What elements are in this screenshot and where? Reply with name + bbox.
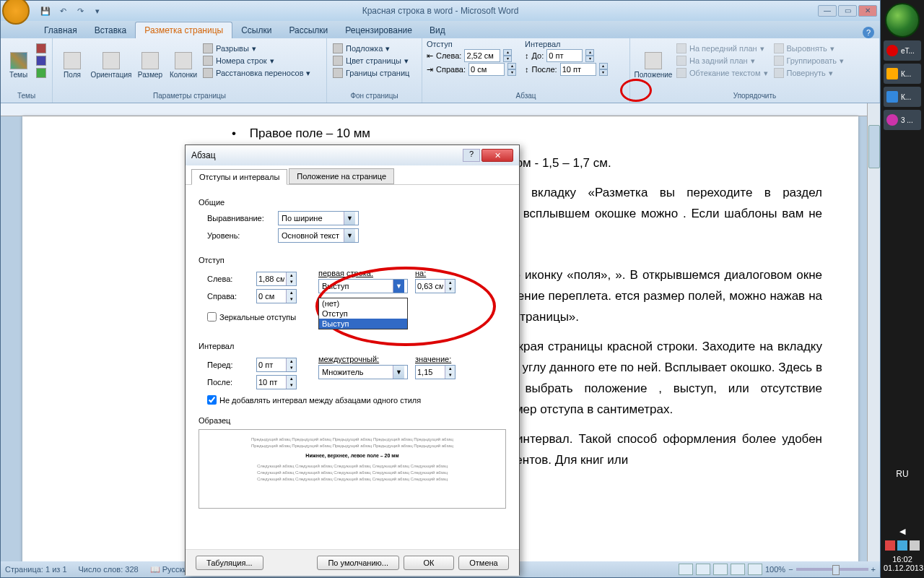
view-outline[interactable] [731,564,745,575]
size-button[interactable]: Размер [135,40,165,90]
zoom-slider[interactable] [796,568,868,571]
view-draft[interactable] [748,564,762,575]
view-full-screen[interactable] [696,564,710,575]
group-button[interactable]: Группировать ▾ [772,55,846,66]
at-input[interactable]: ▴▾ [415,365,456,379]
theme-colors-icon[interactable] [35,43,48,54]
indent-left-input[interactable] [464,49,500,62]
columns-button[interactable]: Колонки [168,40,199,90]
undo-icon[interactable]: ↶ [56,4,70,17]
dlg-after-input[interactable]: ▴▾ [256,375,297,389]
tab-view[interactable]: Вид [421,22,454,38]
status-words[interactable]: Число слов: 328 [79,565,139,574]
tab-home[interactable]: Главная [35,22,86,38]
first-line-combo[interactable]: Выступ▼ [318,279,408,293]
no-space-checkbox[interactable] [207,395,217,405]
space-before-spinner[interactable]: ▴▾ [585,49,594,62]
tab-references[interactable]: Ссылки [232,22,280,38]
by-input[interactable]: ▴▾ [415,279,456,293]
dialog-help-button[interactable]: ? [463,149,480,162]
theme-effects-icon[interactable] [35,67,48,79]
margins-button[interactable]: Поля [57,40,87,90]
tab-mailings[interactable]: Рассылки [280,22,336,38]
maximize-button[interactable]: ▭ [838,5,857,17]
theme-fonts-icon[interactable] [35,55,48,66]
dlg-right-input[interactable]: ▴▾ [256,289,297,303]
redo-icon[interactable]: ↷ [73,4,87,17]
tray-time[interactable]: 16:02 [884,555,921,564]
dialog-buttons: Табуляция... По умолчанию... ОК Отмена [186,549,519,576]
alignment-combo[interactable]: По ширине▼ [278,211,359,225]
orientation-button[interactable]: Ориентация [90,40,132,90]
hyphenation-button[interactable]: Расстановка переносов ▾ [201,67,312,79]
dialog-tab-indents[interactable]: Отступы и интервалы [191,169,287,185]
taskbar-k1[interactable]: К... [884,64,921,84]
view-web[interactable] [713,564,728,575]
default-button[interactable]: По умолчанию... [317,556,399,570]
view-print-layout[interactable] [679,564,693,575]
spacing-section-label: Интервал [199,342,506,350]
first-line-dropdown: (нет) Отступ Выступ [318,298,408,329]
scroll-thumb[interactable] [868,125,880,168]
language-indicator[interactable]: RU [884,469,921,479]
office-button[interactable] [2,0,30,25]
outline-combo[interactable]: Основной текст▼ [278,228,359,243]
line-spacing-combo[interactable]: Множитель▼ [318,365,408,379]
minimize-button[interactable]: — [818,5,837,17]
cancel-button[interactable]: Отмена [458,556,509,570]
dropdown-option-indent[interactable]: Отступ [319,309,407,319]
indent-right-input[interactable] [468,63,505,76]
tabs-button[interactable]: Табуляция... [196,556,263,570]
zoom-in-button[interactable]: + [871,565,876,574]
indent-left-spinner[interactable]: ▴▾ [503,49,512,62]
tray-show-hidden[interactable]: ◀ [884,527,921,536]
breaks-button[interactable]: Разрывы ▾ [201,43,312,54]
line-numbers-button[interactable]: Номера строк ▾ [201,55,312,66]
vertical-scrollbar[interactable] [867,103,880,561]
dlg-left-input[interactable]: ▴▾ [256,272,297,286]
tray-network-icon[interactable] [897,540,907,551]
tray-flag-icon[interactable] [885,540,895,551]
save-icon[interactable]: 💾 [38,4,53,17]
status-page[interactable]: Страница: 1 из 1 [5,565,67,574]
tab-insert[interactable]: Вставка [86,22,136,38]
mirror-checkbox[interactable] [207,312,217,322]
align-button[interactable]: Выровнять ▾ [772,43,846,54]
page-color-button[interactable]: Цвет страницы ▾ [331,55,411,66]
text-wrap-button[interactable]: Обтекание текстом ▾ [675,67,770,79]
dialog-titlebar[interactable]: Абзац ? ✕ [186,145,519,165]
space-after-spinner[interactable]: ▴▾ [599,63,608,76]
space-after-input[interactable] [560,63,596,76]
chevron-down-icon: ▼ [344,212,355,225]
dialog-close-button[interactable]: ✕ [481,149,513,162]
dialog-tab-position[interactable]: Положение на странице [289,168,394,184]
tray-date[interactable]: 01.12.2013 [884,564,921,572]
taskbar-three[interactable]: 3 ... [884,110,921,130]
close-button[interactable]: ✕ [858,5,877,17]
dropdown-option-hanging[interactable]: Выступ [319,319,407,329]
tray-volume-icon[interactable] [910,540,920,551]
group-paragraph-label: Абзац [427,90,625,101]
dropdown-option-none[interactable]: (нет) [319,298,407,309]
indent-right-spinner[interactable]: ▴▾ [507,63,516,76]
qat-dropdown-icon[interactable]: ▾ [90,4,105,17]
horizontal-ruler[interactable] [1,103,880,116]
bring-front-button[interactable]: На передний план ▾ [675,43,770,54]
page-borders-button[interactable]: Границы страниц [331,67,411,79]
zoom-label[interactable]: 100% [765,565,785,574]
ok-button[interactable]: ОК [404,556,454,570]
tab-page-layout[interactable]: Разметка страницы [135,22,232,38]
taskbar-yandex[interactable]: eT... [884,40,921,61]
start-button[interactable] [885,3,920,38]
themes-button[interactable]: Темы [5,40,32,90]
help-icon[interactable]: ? [863,27,874,38]
tab-review[interactable]: Рецензирование [336,22,421,38]
zoom-out-button[interactable]: − [788,565,793,574]
send-back-button[interactable]: На задний план ▾ [675,55,770,66]
chevron-down-icon: ▼ [393,366,404,379]
taskbar-k2[interactable]: К... [884,87,921,107]
rotate-button[interactable]: Повернуть ▾ [772,67,846,79]
space-before-input[interactable] [546,49,583,62]
dlg-before-input[interactable]: ▴▾ [256,358,297,372]
watermark-button[interactable]: Подложка ▾ [331,43,411,54]
